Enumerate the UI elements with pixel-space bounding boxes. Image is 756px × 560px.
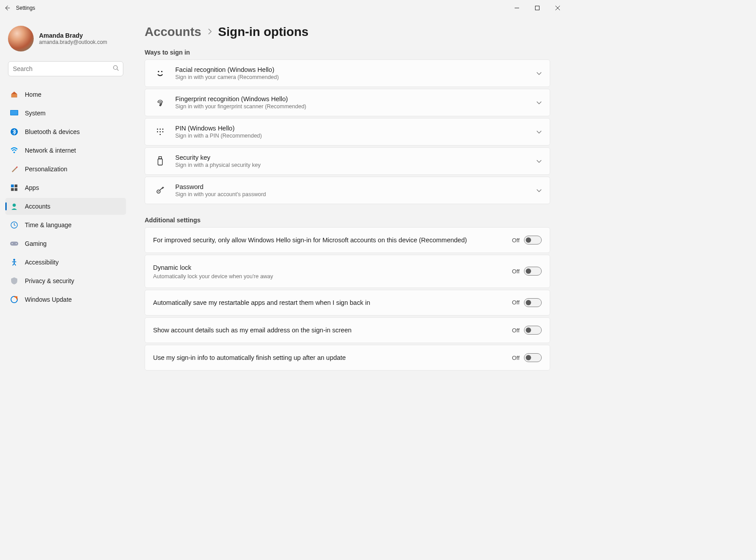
nav-apps[interactable]: Apps (5, 179, 126, 196)
svg-point-22 (161, 71, 162, 72)
card-subtitle: Sign in with a physical security key (175, 162, 536, 168)
minimize-button[interactable] (507, 0, 527, 16)
toggle-subtitle: Automatically lock your device when you'… (153, 273, 501, 280)
nav-home[interactable]: Home (5, 86, 126, 103)
signin-option-security-key[interactable]: Security key Sign in with a physical sec… (145, 147, 550, 175)
pin-icon (153, 127, 167, 136)
accessibility-icon (10, 258, 19, 267)
svg-point-27 (160, 131, 161, 133)
apps-icon (10, 183, 19, 192)
svg-point-21 (158, 71, 159, 72)
toggle-state: Off (512, 355, 520, 361)
shield-icon (10, 276, 19, 285)
toggle-state: Off (512, 327, 520, 334)
breadcrumb-parent[interactable]: Accounts (145, 25, 201, 39)
signin-option-face[interactable]: Facial recognition (Windows Hello) Sign … (145, 59, 550, 87)
profile-block[interactable]: Amanda Brady amanda.brady@outlook.com (5, 20, 126, 61)
nav-personalization[interactable]: Personalization (5, 161, 126, 177)
nav-label: Home (25, 91, 41, 98)
system-icon (10, 109, 19, 118)
avatar (8, 26, 34, 51)
svg-rect-1 (536, 6, 539, 10)
svg-rect-16 (10, 241, 18, 245)
toggle-title: For improved security, only allow Window… (153, 236, 501, 245)
svg-rect-11 (15, 185, 17, 187)
toggle-switch[interactable] (524, 326, 542, 335)
toggle-title: Use my sign-in info to automatically fin… (153, 353, 501, 362)
nav-label: Accounts (25, 203, 51, 210)
chevron-down-icon (536, 128, 542, 136)
nav-network[interactable]: Network & internet (5, 142, 126, 159)
breadcrumb: Accounts Sign-in options (145, 25, 550, 39)
card-subtitle: Sign in with a PIN (Recommended) (175, 133, 536, 139)
svg-rect-13 (15, 188, 17, 191)
nav-label: Accessibility (25, 259, 59, 266)
nav-label: Apps (25, 184, 39, 191)
card-subtitle: Sign in with your account's password (175, 191, 536, 197)
bluetooth-icon (10, 127, 19, 136)
nav-accounts[interactable]: Accounts (5, 198, 126, 215)
svg-rect-7 (11, 110, 18, 115)
chevron-down-icon (536, 69, 542, 77)
gamepad-icon (10, 239, 19, 248)
profile-email: amanda.brady@outlook.com (39, 39, 107, 45)
nav-label: Network & internet (25, 147, 76, 154)
signin-option-password[interactable]: Password Sign in with your account's pas… (145, 177, 550, 204)
update-icon (10, 295, 19, 304)
key-icon (153, 185, 167, 195)
toggle-state: Off (512, 299, 520, 306)
nav-label: Bluetooth & devices (25, 128, 80, 135)
svg-point-17 (12, 243, 12, 244)
svg-point-18 (16, 243, 16, 244)
back-button[interactable] (4, 4, 11, 12)
svg-point-14 (12, 204, 16, 207)
signin-option-pin[interactable]: PIN (Windows Hello) Sign in with a PIN (… (145, 118, 550, 146)
nav-privacy[interactable]: Privacy & security (5, 272, 126, 289)
nav-label: System (25, 110, 46, 117)
nav-label: Gaming (25, 240, 47, 247)
toggle-switch[interactable] (524, 298, 542, 307)
svg-rect-10 (11, 185, 14, 187)
svg-point-25 (162, 129, 164, 130)
svg-point-26 (157, 131, 158, 133)
titlebar: Settings (0, 0, 568, 16)
toggle-title: Dynamic lock (153, 263, 501, 272)
brush-icon (10, 165, 19, 174)
fingerprint-icon (153, 98, 167, 107)
close-button[interactable] (547, 0, 568, 16)
toggle-title: Automatically save my restartable apps a… (153, 298, 501, 307)
toggle-switch[interactable] (524, 267, 542, 276)
toggle-switch[interactable] (524, 236, 542, 245)
nav-gaming[interactable]: Gaming (5, 235, 126, 252)
home-icon (10, 90, 19, 99)
toggle-state: Off (512, 268, 520, 275)
nav-time[interactable]: Time & language (5, 217, 126, 233)
toggle-switch[interactable] (524, 353, 542, 362)
chevron-down-icon (536, 157, 542, 165)
card-title: PIN (Windows Hello) (175, 125, 536, 132)
signin-option-fingerprint[interactable]: Fingerprint recognition (Windows Hello) … (145, 89, 550, 116)
svg-point-28 (162, 131, 164, 133)
content-area: Accounts Sign-in options Ways to sign in… (129, 16, 568, 420)
toggle-restart-apps: Automatically save my restartable apps a… (145, 290, 550, 315)
face-icon (153, 68, 167, 78)
section-header-additional: Additional settings (145, 217, 550, 224)
page-title: Sign-in options (218, 25, 309, 39)
toggle-auto-finish-setup: Use my sign-in info to automatically fin… (145, 345, 550, 371)
nav-bluetooth[interactable]: Bluetooth & devices (5, 123, 126, 140)
usb-key-icon (153, 156, 167, 166)
nav-update[interactable]: Windows Update (5, 291, 126, 308)
chevron-down-icon (536, 186, 542, 194)
clock-icon (10, 221, 19, 229)
maximize-button[interactable] (527, 0, 547, 16)
nav-label: Privacy & security (25, 277, 74, 284)
toggle-show-details: Show account details such as my email ad… (145, 317, 550, 343)
svg-line-5 (117, 69, 119, 71)
nav-accessibility[interactable]: Accessibility (5, 254, 126, 271)
search-input[interactable] (8, 61, 123, 76)
nav-label: Time & language (25, 221, 71, 229)
svg-point-23 (157, 129, 158, 130)
nav-label: Windows Update (25, 296, 72, 303)
card-subtitle: Sign in with your camera (Recommended) (175, 74, 536, 80)
nav-system[interactable]: System (5, 105, 126, 122)
